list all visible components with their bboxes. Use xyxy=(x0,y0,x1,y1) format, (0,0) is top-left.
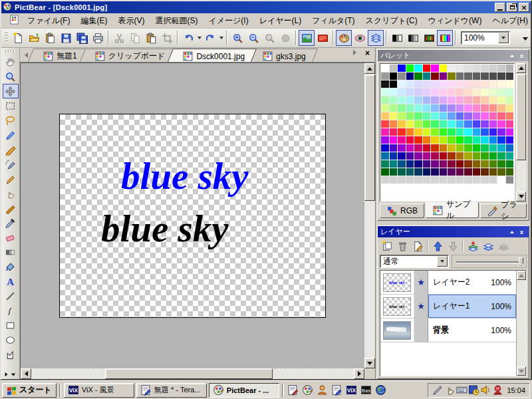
palette-swatch[interactable] xyxy=(497,65,505,72)
layers-scrollbar[interactable] xyxy=(516,271,526,376)
menu-V[interactable]: 表示(V) xyxy=(112,13,150,29)
palette-swatch[interactable] xyxy=(398,152,406,160)
new-file-button[interactable] xyxy=(10,30,26,46)
palette-swatch[interactable] xyxy=(414,96,422,104)
palette-swatch[interactable] xyxy=(481,168,489,176)
palette-swatch[interactable] xyxy=(448,160,456,168)
palette-swatch[interactable] xyxy=(497,144,505,152)
palette-scroll-thumb[interactable] xyxy=(516,74,526,160)
palette-swatch[interactable] xyxy=(464,176,472,184)
palette-swatch[interactable] xyxy=(431,80,439,88)
palette-swatch[interactable] xyxy=(440,72,448,80)
palette-swatch[interactable] xyxy=(398,112,406,120)
palette-swatch[interactable] xyxy=(464,152,472,160)
tabs-scroll-right-button[interactable] xyxy=(350,47,360,58)
scroll-left-button[interactable] xyxy=(21,368,31,379)
palette-swatch[interactable] xyxy=(506,80,514,88)
palette-swatch[interactable] xyxy=(381,152,389,160)
palette-swatch[interactable] xyxy=(481,104,489,112)
palette-swatch[interactable] xyxy=(414,88,422,96)
palette-swatch[interactable] xyxy=(489,120,497,128)
quicklaunch-vix-icon[interactable]: ViX xyxy=(345,384,358,397)
palette-swatch[interactable] xyxy=(481,112,489,120)
palette-swatch[interactable] xyxy=(390,136,398,144)
copy-button[interactable] xyxy=(127,30,143,46)
palette-swatch[interactable] xyxy=(464,168,472,176)
toolbar-overflow-button[interactable] xyxy=(521,31,529,46)
layer-properties-button[interactable] xyxy=(410,239,425,253)
palette-swatch[interactable] xyxy=(489,176,497,184)
palette-swatch[interactable] xyxy=(506,112,514,120)
palette-swatch[interactable] xyxy=(448,136,456,144)
flatten-button[interactable] xyxy=(496,239,511,253)
palette-swatch[interactable] xyxy=(423,65,431,72)
palette-swatch[interactable] xyxy=(440,65,448,72)
palette-swatch[interactable] xyxy=(489,80,497,88)
palette-swatch[interactable] xyxy=(497,112,505,120)
palette-swatch[interactable] xyxy=(414,72,422,80)
palette-swatch[interactable] xyxy=(414,104,422,112)
palette-swatch[interactable] xyxy=(423,160,431,168)
palette-swatch[interactable] xyxy=(398,176,406,184)
zoom-fit-button[interactable] xyxy=(277,30,293,46)
palette-swatch[interactable] xyxy=(489,72,497,80)
opacity-slider-thumb[interactable] xyxy=(519,257,523,266)
palette-swatch[interactable] xyxy=(464,104,472,112)
palette-swatch[interactable] xyxy=(497,120,505,128)
palette-swatch[interactable] xyxy=(440,136,448,144)
airbrush-tool-button[interactable] xyxy=(3,157,19,172)
trim-button[interactable] xyxy=(159,30,175,46)
palette-swatch[interactable] xyxy=(497,128,505,136)
palette-swatch[interactable] xyxy=(489,96,497,104)
palette-swatch[interactable] xyxy=(440,112,448,120)
scroll-right-button[interactable] xyxy=(354,368,364,379)
palette-swatch[interactable] xyxy=(423,168,431,176)
layers-panel-titlebar[interactable]: レイヤー x xyxy=(378,226,529,237)
image-canvas[interactable]: blue skyblue sky xyxy=(59,114,326,318)
polygon-tool-button[interactable] xyxy=(3,347,19,362)
layers-close-button[interactable]: x xyxy=(517,228,526,236)
ellipse-tool-button[interactable] xyxy=(3,332,19,347)
palette-swatch[interactable] xyxy=(489,112,497,120)
palette-swatch[interactable] xyxy=(398,96,406,104)
palette-swatch[interactable] xyxy=(473,128,481,136)
palette-swatch[interactable] xyxy=(506,136,514,144)
palette-swatch[interactable] xyxy=(390,112,398,120)
palette-swatch[interactable] xyxy=(473,144,481,152)
palette-swatch[interactable] xyxy=(390,160,398,168)
palette-swatch[interactable] xyxy=(506,152,514,160)
undo-button[interactable] xyxy=(180,30,196,46)
palette-swatch[interactable] xyxy=(381,88,389,96)
quicklaunch-person-icon[interactable] xyxy=(316,384,329,397)
palette-swatch[interactable] xyxy=(406,88,414,96)
palette-swatch[interactable] xyxy=(381,80,389,88)
eye-button[interactable] xyxy=(352,30,368,46)
palette-swatch[interactable] xyxy=(440,120,448,128)
palette-swatch[interactable] xyxy=(431,72,439,80)
palette-swatch[interactable] xyxy=(440,96,448,104)
palette-swatch[interactable] xyxy=(497,72,505,80)
palette-swatch[interactable] xyxy=(431,160,439,168)
palette-swatch[interactable] xyxy=(489,88,497,96)
curve-tool-button[interactable] xyxy=(3,303,19,318)
palette-swatch[interactable] xyxy=(448,152,456,160)
palette-swatch[interactable] xyxy=(414,152,422,160)
palette-swatch[interactable] xyxy=(448,176,456,184)
palette-window-button[interactable] xyxy=(336,30,352,46)
palette-swatch[interactable] xyxy=(456,144,464,152)
palette-swatch[interactable] xyxy=(481,120,489,128)
scroll-down-button[interactable] xyxy=(364,358,375,368)
palette-swatch[interactable] xyxy=(506,104,514,112)
palette-swatch[interactable] xyxy=(473,80,481,88)
palette-swatch[interactable] xyxy=(423,88,431,96)
new-layer-button[interactable] xyxy=(380,239,394,253)
palette-swatch[interactable] xyxy=(464,72,472,80)
palette-swatch[interactable] xyxy=(431,152,439,160)
palette-tab-RGB[interactable]: RGB xyxy=(380,203,424,218)
palette-swatch[interactable] xyxy=(390,152,398,160)
pen-tool-button[interactable] xyxy=(3,128,19,142)
palette-swatch[interactable] xyxy=(381,96,389,104)
horizontal-scrollbar[interactable] xyxy=(21,368,364,379)
palette-swatch[interactable] xyxy=(390,128,398,136)
palette-swatch[interactable] xyxy=(464,88,472,96)
